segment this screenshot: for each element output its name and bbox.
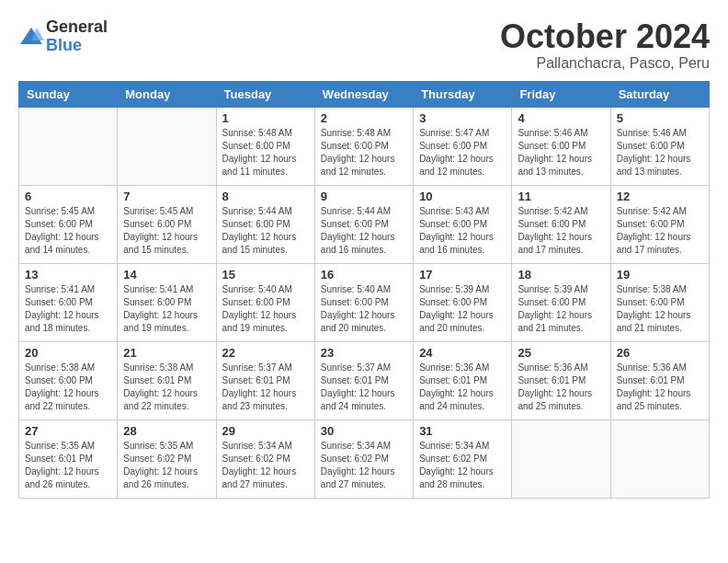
- column-header-friday: Friday: [512, 81, 610, 107]
- day-number: 11: [518, 190, 604, 203]
- day-info: Sunrise: 5:34 AMSunset: 6:02 PMDaylight:…: [321, 440, 407, 491]
- calendar-cell: [512, 419, 610, 498]
- main-title: October 2024: [500, 18, 710, 55]
- day-number: 10: [419, 190, 506, 203]
- calendar-cell: 9Sunrise: 5:44 AMSunset: 6:00 PMDaylight…: [314, 185, 413, 263]
- calendar-cell: 2Sunrise: 5:48 AMSunset: 6:00 PMDaylight…: [314, 107, 413, 185]
- day-info: Sunrise: 5:38 AMSunset: 6:00 PMDaylight:…: [617, 283, 703, 335]
- calendar-week-4: 20Sunrise: 5:38 AMSunset: 6:00 PMDayligh…: [19, 341, 710, 419]
- day-info: Sunrise: 5:35 AMSunset: 6:01 PMDaylight:…: [25, 440, 111, 491]
- day-number: 4: [518, 111, 604, 125]
- logo-icon: [18, 24, 44, 50]
- day-info: Sunrise: 5:36 AMSunset: 6:01 PMDaylight:…: [518, 362, 604, 413]
- column-header-sunday: Sunday: [19, 81, 118, 107]
- calendar-cell: 11Sunrise: 5:42 AMSunset: 6:00 PMDayligh…: [512, 185, 610, 263]
- day-number: 18: [518, 268, 604, 282]
- calendar-cell: 23Sunrise: 5:37 AMSunset: 6:01 PMDayligh…: [314, 341, 413, 419]
- day-info: Sunrise: 5:36 AMSunset: 6:01 PMDaylight:…: [617, 362, 703, 413]
- calendar-cell: 30Sunrise: 5:34 AMSunset: 6:02 PMDayligh…: [314, 419, 413, 498]
- day-number: 6: [25, 190, 111, 203]
- calendar-cell: 25Sunrise: 5:36 AMSunset: 6:01 PMDayligh…: [512, 341, 610, 419]
- subtitle: Pallanchacra, Pasco, Peru: [500, 55, 710, 72]
- day-number: 27: [25, 424, 111, 438]
- day-number: 12: [617, 190, 703, 203]
- day-info: Sunrise: 5:44 AMSunset: 6:00 PMDaylight:…: [321, 205, 407, 257]
- day-number: 16: [321, 268, 407, 282]
- day-number: 23: [321, 346, 407, 360]
- day-number: 20: [25, 346, 111, 360]
- day-number: 26: [617, 346, 703, 360]
- day-number: 5: [617, 111, 703, 125]
- calendar-cell: 8Sunrise: 5:44 AMSunset: 6:00 PMDaylight…: [216, 185, 314, 263]
- calendar-cell: [118, 107, 216, 185]
- calendar-cell: 29Sunrise: 5:34 AMSunset: 6:02 PMDayligh…: [216, 419, 314, 498]
- title-block: October 2024 Pallanchacra, Pasco, Peru: [500, 18, 710, 72]
- column-header-wednesday: Wednesday: [314, 81, 413, 107]
- column-header-monday: Monday: [118, 81, 216, 107]
- day-number: 30: [321, 424, 407, 438]
- calendar-cell: 15Sunrise: 5:40 AMSunset: 6:00 PMDayligh…: [216, 263, 314, 341]
- day-info: Sunrise: 5:43 AMSunset: 6:00 PMDaylight:…: [419, 205, 506, 257]
- day-number: 28: [123, 424, 210, 438]
- calendar-cell: 16Sunrise: 5:40 AMSunset: 6:00 PMDayligh…: [314, 263, 413, 341]
- calendar-cell: [610, 419, 709, 498]
- day-number: 3: [419, 111, 506, 125]
- day-info: Sunrise: 5:44 AMSunset: 6:00 PMDaylight:…: [222, 205, 309, 257]
- calendar-cell: 22Sunrise: 5:37 AMSunset: 6:01 PMDayligh…: [216, 341, 314, 419]
- day-info: Sunrise: 5:41 AMSunset: 6:00 PMDaylight:…: [123, 283, 210, 335]
- calendar-cell: 4Sunrise: 5:46 AMSunset: 6:00 PMDaylight…: [512, 107, 610, 185]
- day-info: Sunrise: 5:48 AMSunset: 6:00 PMDaylight:…: [321, 127, 407, 178]
- calendar-week-5: 27Sunrise: 5:35 AMSunset: 6:01 PMDayligh…: [19, 419, 710, 498]
- logo: General Blue: [18, 18, 108, 55]
- day-number: 1: [222, 111, 309, 125]
- day-info: Sunrise: 5:48 AMSunset: 6:00 PMDaylight:…: [222, 127, 309, 178]
- day-number: 15: [222, 268, 309, 282]
- day-info: Sunrise: 5:46 AMSunset: 6:00 PMDaylight:…: [617, 127, 703, 178]
- day-info: Sunrise: 5:45 AMSunset: 6:00 PMDaylight:…: [25, 205, 111, 257]
- day-info: Sunrise: 5:42 AMSunset: 6:00 PMDaylight:…: [518, 205, 604, 257]
- calendar-cell: 31Sunrise: 5:34 AMSunset: 6:02 PMDayligh…: [414, 419, 512, 498]
- day-info: Sunrise: 5:38 AMSunset: 6:01 PMDaylight:…: [123, 362, 210, 413]
- day-info: Sunrise: 5:45 AMSunset: 6:00 PMDaylight:…: [123, 205, 210, 257]
- day-info: Sunrise: 5:42 AMSunset: 6:00 PMDaylight:…: [617, 205, 703, 257]
- day-info: Sunrise: 5:34 AMSunset: 6:02 PMDaylight:…: [419, 440, 506, 491]
- calendar-cell: 14Sunrise: 5:41 AMSunset: 6:00 PMDayligh…: [118, 263, 216, 341]
- logo-general: General: [46, 18, 108, 37]
- column-header-saturday: Saturday: [610, 81, 709, 107]
- day-number: 9: [321, 190, 407, 203]
- day-number: 31: [419, 424, 506, 438]
- day-info: Sunrise: 5:34 AMSunset: 6:02 PMDaylight:…: [222, 440, 309, 491]
- day-info: Sunrise: 5:40 AMSunset: 6:00 PMDaylight:…: [222, 283, 309, 335]
- calendar-week-1: 1Sunrise: 5:48 AMSunset: 6:00 PMDaylight…: [19, 107, 710, 185]
- calendar-cell: 20Sunrise: 5:38 AMSunset: 6:00 PMDayligh…: [19, 341, 118, 419]
- day-info: Sunrise: 5:41 AMSunset: 6:00 PMDaylight:…: [25, 283, 111, 335]
- day-info: Sunrise: 5:35 AMSunset: 6:02 PMDaylight:…: [123, 440, 210, 491]
- day-number: 21: [123, 346, 210, 360]
- logo-text: General Blue: [46, 18, 108, 55]
- day-info: Sunrise: 5:37 AMSunset: 6:01 PMDaylight:…: [222, 362, 309, 413]
- calendar-cell: 18Sunrise: 5:39 AMSunset: 6:00 PMDayligh…: [512, 263, 610, 341]
- page-header: General Blue October 2024 Pallanchacra, …: [18, 18, 710, 72]
- calendar-cell: 12Sunrise: 5:42 AMSunset: 6:00 PMDayligh…: [610, 185, 709, 263]
- day-number: 19: [617, 268, 703, 282]
- day-number: 14: [123, 268, 210, 282]
- calendar-cell: 27Sunrise: 5:35 AMSunset: 6:01 PMDayligh…: [19, 419, 118, 498]
- calendar-cell: 26Sunrise: 5:36 AMSunset: 6:01 PMDayligh…: [610, 341, 709, 419]
- day-number: 2: [321, 111, 407, 125]
- calendar-cell: 6Sunrise: 5:45 AMSunset: 6:00 PMDaylight…: [19, 185, 118, 263]
- calendar-cell: 1Sunrise: 5:48 AMSunset: 6:00 PMDaylight…: [216, 107, 314, 185]
- calendar-cell: 7Sunrise: 5:45 AMSunset: 6:00 PMDaylight…: [118, 185, 216, 263]
- calendar-cell: 28Sunrise: 5:35 AMSunset: 6:02 PMDayligh…: [118, 419, 216, 498]
- calendar-cell: [19, 107, 118, 185]
- day-number: 7: [123, 190, 210, 203]
- day-number: 25: [518, 346, 604, 360]
- day-number: 22: [222, 346, 309, 360]
- calendar: SundayMondayTuesdayWednesdayThursdayFrid…: [18, 81, 710, 499]
- calendar-cell: 13Sunrise: 5:41 AMSunset: 6:00 PMDayligh…: [19, 263, 118, 341]
- column-header-thursday: Thursday: [414, 81, 512, 107]
- calendar-week-3: 13Sunrise: 5:41 AMSunset: 6:00 PMDayligh…: [19, 263, 710, 341]
- day-number: 29: [222, 424, 309, 438]
- calendar-cell: 17Sunrise: 5:39 AMSunset: 6:00 PMDayligh…: [414, 263, 512, 341]
- column-header-tuesday: Tuesday: [216, 81, 314, 107]
- day-info: Sunrise: 5:39 AMSunset: 6:00 PMDaylight:…: [518, 283, 604, 335]
